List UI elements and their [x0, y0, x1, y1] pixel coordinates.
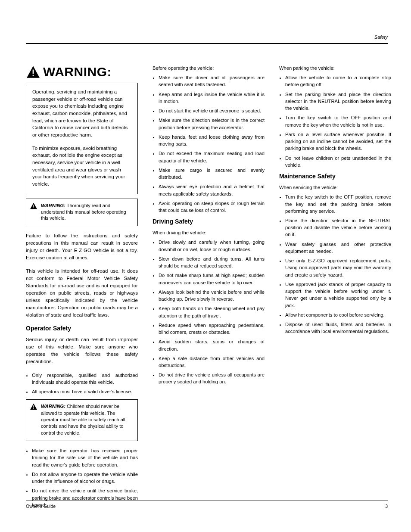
bullet-list: Turn the key switch to the OFF position,…	[279, 193, 391, 335]
list-item: Use approved jack stands of proper capac…	[285, 281, 391, 309]
svg-rect-4	[33, 405, 34, 408]
list-lead-in: When servicing the vehicle:	[279, 184, 391, 191]
body-text: Failure to follow the instructions and s…	[26, 232, 138, 261]
svg-rect-3	[33, 207, 34, 208]
list-item: Use only E-Z-GO approved replacement par…	[285, 257, 391, 278]
warning-icon	[30, 202, 37, 211]
svg-rect-2	[33, 205, 34, 207]
bullet-list: Drive slowly and carefully when turning,…	[153, 239, 265, 385]
list-item: Make sure the direction selector is in t…	[159, 117, 265, 131]
warning-heading-text: WARNING:	[43, 65, 112, 79]
page-footer: Owner's Guide 3	[26, 501, 388, 509]
list-item: Only responsible, qualified and authoriz…	[32, 372, 138, 386]
list-item: Allow the vehicle to come to a complete …	[285, 74, 391, 88]
list-item: Drive slowly and carefully when turning,…	[159, 239, 265, 252]
section-heading-operator-safety: Operator Safety	[26, 325, 138, 332]
list-item: Make sure cargo is secured and evenly di…	[159, 167, 265, 180]
list-item: Do not drive the vehicle unless all occu…	[159, 371, 265, 385]
list-item: Keep both hands on the steering wheel an…	[159, 305, 265, 319]
list-item: Do not exceed the maximum seating and lo…	[159, 150, 265, 164]
list-item: Keep a safe distance from other vehicles…	[159, 355, 265, 369]
list-lead-in: When parking the vehicle:	[279, 65, 391, 72]
list-item: Park on a level surface whenever possibl…	[285, 131, 391, 152]
list-item: Keep arms and legs inside the vehicle wh…	[159, 91, 265, 105]
svg-rect-5	[33, 408, 34, 409]
list-item: Make sure the operator has received prop…	[32, 447, 138, 468]
list-item: Turn the key switch to the OFF position …	[285, 114, 391, 128]
warning-box-2-text: WARNING: Thoroughly read and understand …	[41, 202, 134, 222]
bullet-list: Make sure the operator has received prop…	[26, 447, 138, 508]
warning-icon	[30, 403, 37, 412]
list-item: All operators must have a valid driver's…	[32, 388, 138, 395]
list-item: Avoid operating on steep slopes or rough…	[159, 200, 265, 214]
section-heading-driving-safety: Driving Safety	[153, 218, 265, 225]
warning-box-1-p2: To minimize exposure, avoid breathing ex…	[32, 145, 131, 188]
list-lead-in: Before operating the vehicle:	[153, 65, 265, 72]
warning-icon	[26, 65, 40, 79]
list-item: Do not start the vehicle until everyone …	[159, 107, 265, 114]
list-item: Turn the key switch to the OFF position,…	[285, 193, 391, 215]
warning-heading: WARNING:	[26, 65, 138, 79]
list-item: Set the parking brake and place the dire…	[285, 91, 391, 112]
warning-box-1-p1: Operating, servicing and maintaining a p…	[32, 88, 131, 139]
section-heading-maintenance-safety: Maintenance Safety	[279, 173, 391, 180]
warning-box-3-text: WARNING: Children should never be allowe…	[41, 403, 134, 436]
svg-rect-0	[33, 70, 34, 74]
list-item: Allow hot components to cool before serv…	[285, 311, 391, 318]
footer-left: Owner's Guide	[26, 504, 56, 509]
svg-rect-1	[33, 75, 34, 76]
list-lead-in: When driving the vehicle:	[153, 229, 265, 236]
body-text: This vehicle is intended for off-road us…	[26, 268, 138, 319]
list-item: Always wear eye protection and a helmet …	[159, 183, 265, 197]
top-rule	[26, 43, 388, 44]
list-item: Avoid sudden starts, stops or changes of…	[159, 338, 265, 352]
list-item: Do not make sharp turns at high speed; s…	[159, 272, 265, 286]
list-item: Do not allow anyone to operate the vehic…	[32, 471, 138, 485]
bullet-list: Only responsible, qualified and authoriz…	[26, 372, 138, 395]
list-item: Place the direction selector in the NEUT…	[285, 217, 391, 238]
warning-box-2: WARNING: Thoroughly read and understand …	[26, 199, 138, 227]
list-item: Reduce speed when approaching pedestrian…	[159, 322, 265, 336]
list-item: Slow down before and during turns. All t…	[159, 255, 265, 269]
header-section-label: Safety	[374, 34, 388, 40]
warning-box-1: Operating, servicing and maintaining a p…	[26, 83, 138, 194]
list-item: Do not leave children or pets unattended…	[285, 155, 391, 168]
bullet-list: Allow the vehicle to come to a complete …	[279, 74, 391, 168]
list-item: Always look behind the vehicle before an…	[159, 289, 265, 302]
bullet-list: Make sure the driver and all passengers …	[153, 74, 265, 214]
body-text: Serious injury or death can result from …	[26, 336, 138, 365]
list-item: Make sure the driver and all passengers …	[159, 74, 265, 88]
list-item: Wear safety glasses and other protective…	[285, 241, 391, 255]
warning-box-3: WARNING: Children should never be allowe…	[26, 399, 138, 441]
list-item: Keep hands, feet and loose clothing away…	[159, 134, 265, 147]
footer-page-number: 3	[385, 504, 388, 509]
list-item: Dispose of used fluids, filters and batt…	[285, 321, 391, 335]
